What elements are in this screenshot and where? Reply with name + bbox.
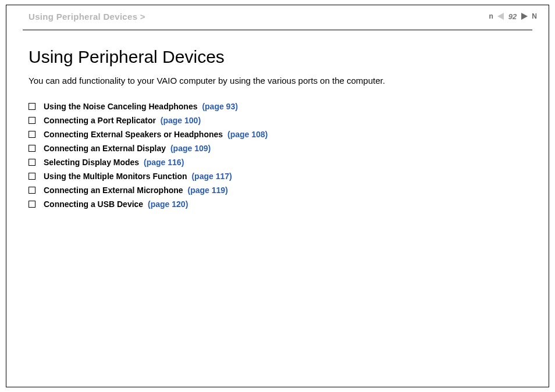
toc-page-link[interactable]: (page 109): [170, 144, 211, 153]
triangle-left-icon: [497, 12, 505, 20]
next-page-button[interactable]: [519, 11, 529, 22]
toc-item: Connecting a Port Replicator (page 100): [29, 113, 526, 127]
toc-page-link[interactable]: (page 120): [148, 199, 188, 209]
toc-label: Connecting a USB Device: [44, 199, 143, 209]
page-title: Using Peripheral Devices: [29, 47, 526, 67]
square-bullet-icon: [29, 201, 35, 208]
pager: n 92 N: [489, 11, 537, 22]
svg-marker-1: [521, 13, 528, 20]
toc-page-link[interactable]: (page 116): [144, 158, 184, 167]
toc-item: Connecting a USB Device (page 120): [29, 197, 526, 211]
toc-label: Connecting an External Microphone: [44, 186, 183, 195]
prev-page-button[interactable]: [496, 11, 506, 22]
toc-label: Using the Multiple Monitors Function: [44, 172, 187, 181]
square-bullet-icon: [29, 187, 35, 194]
toc-page-link[interactable]: (page 93): [202, 102, 237, 111]
main-content: Using Peripheral Devices You can add fun…: [29, 47, 526, 211]
toc-label: Connecting an External Display: [44, 144, 166, 153]
square-bullet-icon: [29, 145, 35, 152]
triangle-right-icon: [520, 12, 528, 20]
toc-page-link[interactable]: (page 100): [161, 116, 201, 125]
toc-item: Connecting an External Display (page 109…: [29, 141, 526, 155]
toc-page-link[interactable]: (page 117): [191, 172, 232, 181]
toc-label: Connecting a Port Replicator: [44, 116, 156, 125]
toc-page-link[interactable]: (page 119): [187, 186, 227, 195]
toc-item: Connecting an External Microphone (page …: [29, 183, 526, 197]
toc-label: Connecting External Speakers or Headphon…: [44, 130, 223, 139]
toc-item: Using the Multiple Monitors Function (pa…: [29, 169, 526, 183]
rewind-letter: n: [489, 13, 493, 20]
forward-letter: N: [532, 13, 537, 20]
square-bullet-icon: [29, 103, 35, 110]
page-frame: Using Peripheral Devices > n 92 N Using …: [6, 5, 549, 387]
toc-list: Using the Noise Canceling Headphones (pa…: [29, 99, 526, 211]
square-bullet-icon: [29, 131, 35, 138]
toc-item: Connecting External Speakers or Headphon…: [29, 127, 526, 141]
toc-page-link[interactable]: (page 108): [227, 130, 268, 139]
square-bullet-icon: [29, 159, 35, 166]
toc-label: Using the Noise Canceling Headphones: [44, 102, 198, 111]
header: Using Peripheral Devices > n 92 N: [29, 11, 537, 22]
page-number: 92: [508, 12, 517, 21]
svg-marker-0: [497, 13, 504, 20]
toc-label: Selecting Display Modes: [44, 158, 139, 167]
header-rule: [23, 30, 532, 30]
intro-text: You can add functionality to your VAIO c…: [29, 75, 526, 87]
square-bullet-icon: [29, 173, 35, 180]
toc-item: Selecting Display Modes (page 116): [29, 155, 526, 169]
toc-item: Using the Noise Canceling Headphones (pa…: [29, 99, 526, 113]
square-bullet-icon: [29, 117, 35, 124]
breadcrumb: Using Peripheral Devices >: [29, 12, 145, 22]
